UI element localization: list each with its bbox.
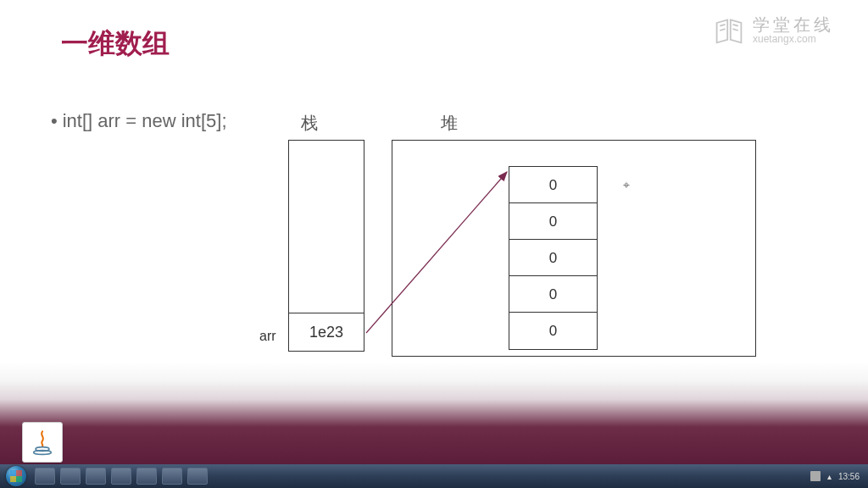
slide: 一维数组 学堂在线 xuetangx.com •int[] arr = new …: [0, 0, 868, 464]
svg-line-1: [720, 29, 725, 30]
array-box: 0 0 0 0 0: [509, 166, 598, 350]
system-tray[interactable]: ▴ 13:56: [802, 471, 868, 481]
taskbar-icon-1[interactable]: [35, 468, 55, 485]
tray-icon-1[interactable]: [810, 471, 821, 481]
watermark-en: xuetangx.com: [753, 34, 834, 45]
svg-line-2: [733, 25, 738, 26]
clock[interactable]: 13:56: [838, 472, 860, 481]
taskbar-icon-7[interactable]: [187, 468, 208, 485]
java-icon: [22, 422, 63, 463]
watermark: 学堂在线 xuetangx.com: [714, 15, 834, 46]
watermark-cn: 学堂在线: [753, 15, 834, 34]
array-cell-4: 0: [509, 313, 597, 349]
taskbar[interactable]: ▴ 13:56: [0, 464, 868, 488]
book-icon: [714, 15, 744, 46]
heap-label: 堆: [441, 112, 458, 135]
taskbar-icon-4[interactable]: [111, 468, 131, 485]
cursor-icon: ⌖: [623, 178, 630, 192]
slide-title: 一维数组: [61, 25, 170, 63]
bullet-dot: •: [51, 110, 58, 131]
array-cell-2: 0: [509, 240, 597, 276]
code-bullet: •int[] arr = new int[5];: [51, 110, 227, 132]
array-cell-1: 0: [509, 203, 597, 240]
start-button[interactable]: [0, 464, 32, 488]
svg-line-0: [720, 25, 725, 26]
taskbar-icon-5[interactable]: [136, 468, 157, 485]
arr-label: arr: [259, 329, 276, 344]
taskbar-icon-6[interactable]: [162, 468, 182, 485]
code-text: int[] arr = new int[5];: [63, 110, 227, 131]
tray-arrow-icon[interactable]: ▴: [827, 472, 832, 481]
svg-point-6: [34, 451, 52, 455]
stack-box: 1e23: [288, 140, 364, 352]
array-cell-0: 0: [509, 167, 597, 203]
svg-line-3: [733, 29, 738, 30]
stack-label: 栈: [301, 112, 318, 135]
taskbar-icon-2[interactable]: [60, 468, 81, 485]
stack-cell-arr: 1e23: [289, 313, 364, 351]
taskbar-icon-3[interactable]: [86, 468, 106, 485]
array-cell-3: 0: [509, 276, 597, 313]
